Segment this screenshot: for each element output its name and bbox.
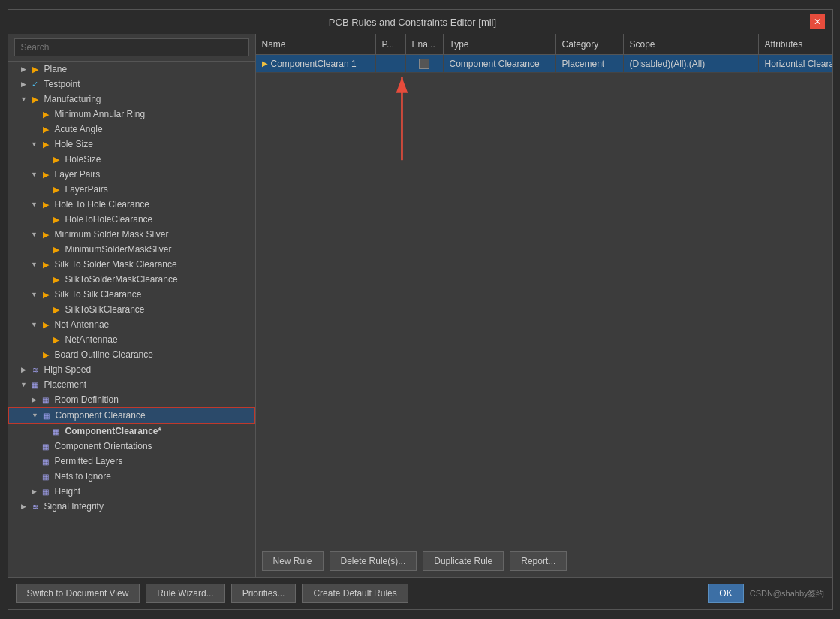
- tree-item-height[interactable]: ▶ ▦ Height: [8, 484, 255, 499]
- tree-item-plane[interactable]: ▶ ▶ Plane: [8, 62, 255, 77]
- tree-label: Permitted Layers: [55, 456, 123, 467]
- tree-item-testpoint[interactable]: ▶ ✓ Testpoint: [8, 77, 255, 92]
- expand-icon: ▶: [19, 64, 29, 74]
- tree-item-min-annular[interactable]: ▶ Minimum Annular Ring: [8, 107, 255, 122]
- tree-label: Manufacturing: [44, 94, 101, 104]
- expand-icon: [40, 244, 50, 255]
- right-panel-wrapper: Name P... Ena... Type Category Scope Att…: [256, 34, 832, 577]
- tree-label: Component Orientations: [55, 441, 152, 451]
- tree-item-nets-to-ignore[interactable]: ▦ Nets to Ignore: [8, 469, 255, 484]
- placement-icon: ▦: [40, 394, 52, 406]
- expand-icon: ▼: [19, 379, 29, 390]
- rule-icon: ▶: [40, 288, 52, 300]
- tree-item-layer-pairs[interactable]: ▼ ▶ Layer Pairs: [8, 167, 255, 182]
- rule-icon: ▶: [29, 63, 41, 75]
- rule-icon: ✓: [29, 78, 41, 90]
- report-button[interactable]: Report...: [510, 551, 567, 571]
- tree-item-minsoldersliver[interactable]: ▶ MinimumSolderMaskSliver: [8, 242, 255, 257]
- delete-rules-button[interactable]: Delete Rule(s)...: [330, 551, 417, 571]
- table-buttons: New Rule Delete Rule(s)... Duplicate Rul…: [256, 545, 832, 577]
- high-speed-icon: ≋: [29, 364, 41, 376]
- close-button[interactable]: ✕: [810, 14, 825, 29]
- signal-icon: ≋: [29, 500, 41, 512]
- create-default-rules-button[interactable]: Create Default Rules: [302, 584, 408, 603]
- expand-icon: ▼: [29, 229, 40, 240]
- cell-scope: (Disabled)(All),(All): [624, 55, 759, 72]
- placement-icon: ▦: [29, 379, 41, 391]
- tree-item-high-speed[interactable]: ▶ ≋ High Speed: [8, 362, 255, 377]
- tree-item-board-outline[interactable]: ▶ Board Outline Clearance: [8, 347, 255, 362]
- tree-item-netantennae[interactable]: ▶ NetAntennae: [8, 332, 255, 347]
- rule-icon: ▶: [40, 108, 52, 120]
- tree-item-hole-to-hole[interactable]: ▼ ▶ Hole To Hole Clearance: [8, 197, 255, 212]
- switch-view-button[interactable]: Switch to Document View: [16, 584, 140, 603]
- tree-label: ComponentClearance*: [65, 426, 162, 436]
- tree-label: Hole To Hole Clearance: [55, 199, 150, 210]
- expand-icon: ▼: [29, 199, 40, 210]
- expand-icon: ▼: [29, 139, 40, 149]
- tree-item-net-antennae[interactable]: ▼ ▶ Net Antennae: [8, 317, 255, 332]
- placement-icon: ▦: [40, 470, 52, 482]
- expand-icon: [29, 349, 40, 360]
- expand-icon: ▶: [29, 394, 40, 405]
- expand-icon: ▶: [19, 79, 29, 89]
- cell-priority: [376, 55, 406, 72]
- tree-item-holetoholeclearance[interactable]: ▶ HoleToHoleClearance: [8, 212, 255, 227]
- tree-item-silktosoldermaskclearance[interactable]: ▶ SilkToSolderMaskClearance: [8, 272, 255, 287]
- tree-label: Plane: [44, 64, 68, 74]
- tree-item-min-solder[interactable]: ▼ ▶ Minimum Solder Mask Sliver: [8, 227, 255, 242]
- tree-item-signal-integrity[interactable]: ▶ ≋ Signal Integrity: [8, 499, 255, 514]
- table-header: Name P... Ena... Type Category Scope Att…: [256, 34, 832, 55]
- tree-label: Minimum Solder Mask Sliver: [55, 229, 169, 240]
- tree-item-placement[interactable]: ▼ ▦ Placement: [8, 377, 255, 392]
- rule-wizard-button[interactable]: Rule Wizard...: [146, 584, 224, 603]
- tree-label: Component Clearance: [56, 410, 146, 421]
- priorities-button[interactable]: Priorities...: [231, 584, 297, 603]
- header-enabled: Ena...: [406, 34, 444, 54]
- tree-label: Room Definition: [55, 394, 119, 405]
- search-bar: [8, 34, 255, 62]
- header-priority: P...: [376, 34, 406, 54]
- tree-item-room-definition[interactable]: ▶ ▦ Room Definition: [8, 392, 255, 407]
- tree-label: LayerPairs: [65, 184, 108, 195]
- duplicate-rule-button[interactable]: Duplicate Rule: [423, 551, 504, 571]
- new-rule-button[interactable]: New Rule: [262, 551, 324, 571]
- tree-item-holesize[interactable]: ▶ HoleSize: [8, 152, 255, 167]
- expand-icon: ▼: [29, 169, 40, 180]
- tree-label: Testpoint: [44, 79, 80, 89]
- cell-name: ▶ ComponentClearan 1: [256, 55, 376, 72]
- table-row[interactable]: ▶ ComponentClearan 1 Component Clearance…: [256, 55, 832, 73]
- tree-item-manufacturing[interactable]: ▼ ▶ Manufacturing: [8, 92, 255, 107]
- tree-item-hole-size[interactable]: ▼ ▶ Hole Size: [8, 137, 255, 152]
- tree-item-silk-to-silk[interactable]: ▼ ▶ Silk To Silk Clearance: [8, 287, 255, 302]
- tree-label: Net Antennae: [55, 319, 110, 330]
- search-input[interactable]: [14, 38, 249, 56]
- tree-item-componentclearance-item[interactable]: ▦ ComponentClearance*: [8, 424, 255, 439]
- tree-item-permitted-layers[interactable]: ▦ Permitted Layers: [8, 454, 255, 469]
- tree-item-acute-angle[interactable]: ▶ Acute Angle: [8, 122, 255, 137]
- rule-icon: ▶: [50, 273, 62, 285]
- tree-item-silktosilkclearance[interactable]: ▶ SilkToSilkClearance: [8, 302, 255, 317]
- tree-item-layerpairs[interactable]: ▶ LayerPairs: [8, 182, 255, 197]
- tree-item-component-orientations[interactable]: ▦ Component Orientations: [8, 439, 255, 454]
- tree-label: Minimum Annular Ring: [55, 109, 146, 119]
- rule-icon: ▶: [40, 319, 52, 331]
- enabled-checkbox[interactable]: [419, 59, 429, 69]
- ok-button[interactable]: OK: [708, 584, 743, 603]
- expand-icon: [40, 154, 50, 165]
- expand-icon: [29, 471, 40, 482]
- placement-icon: ▦: [41, 409, 53, 421]
- bottom-bar: Switch to Document View Rule Wizard... P…: [8, 577, 832, 609]
- window-title: PCB Rules and Constraints Editor [mil]: [16, 17, 810, 28]
- expand-icon: ▶: [29, 486, 40, 497]
- expand-icon: [29, 456, 40, 467]
- expand-icon: [40, 334, 50, 345]
- cell-enabled[interactable]: [406, 55, 444, 72]
- rule-icon: ▶: [40, 123, 52, 135]
- tree-item-component-clearance[interactable]: ▼ ▦ Component Clearance: [8, 407, 255, 424]
- tree-label: Layer Pairs: [55, 169, 101, 180]
- rule-icon: ▶: [40, 138, 52, 150]
- tree-item-silk-to-solder[interactable]: ▼ ▶ Silk To Solder Mask Clearance: [8, 257, 255, 272]
- header-type: Type: [444, 34, 556, 54]
- expand-icon: [40, 304, 50, 315]
